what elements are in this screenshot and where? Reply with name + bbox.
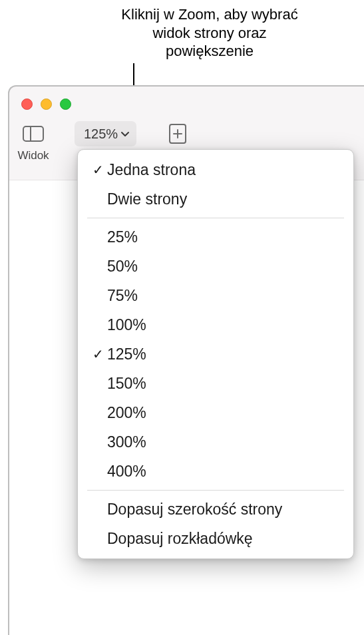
menu-item-zoom-150[interactable]: 150% bbox=[78, 369, 353, 398]
minimize-window-button[interactable] bbox=[41, 99, 52, 110]
menu-item-zoom-125[interactable]: ✓ 125% bbox=[78, 339, 353, 369]
menu-separator bbox=[87, 218, 344, 218]
menu-item-zoom-25[interactable]: 25% bbox=[78, 222, 353, 252]
add-toolbar-item bbox=[160, 121, 195, 146]
menu-item-zoom-300[interactable]: 300% bbox=[78, 427, 353, 457]
menu-item-zoom-100[interactable]: 100% bbox=[78, 310, 353, 339]
close-window-button[interactable] bbox=[21, 99, 33, 110]
check-icon: ✓ bbox=[89, 162, 107, 178]
menu-item-label: Dwie strony bbox=[107, 190, 343, 208]
menu-item-label: Dopasuj szerokość strony bbox=[107, 501, 343, 519]
zoom-button[interactable]: 125% bbox=[75, 121, 136, 146]
view-toolbar-item: Widok bbox=[16, 121, 51, 162]
menu-item-label: 400% bbox=[107, 463, 343, 481]
maximize-window-button[interactable] bbox=[60, 99, 71, 110]
menu-item-zoom-50[interactable]: 50% bbox=[78, 252, 353, 281]
menu-item-one-page[interactable]: ✓ Jedna strona bbox=[78, 155, 353, 184]
add-page-button[interactable] bbox=[160, 121, 195, 146]
zoom-toolbar-item: 125% bbox=[75, 121, 136, 146]
view-button[interactable] bbox=[16, 121, 51, 146]
zoom-value: 125% bbox=[84, 126, 118, 142]
callout-text: Kliknij w Zoom, aby wybrać widok strony … bbox=[110, 5, 309, 61]
chevron-down-icon bbox=[120, 130, 130, 137]
app-window: Widok 125% bbox=[8, 85, 364, 635]
menu-item-label: Dopasuj rozkładówkę bbox=[107, 530, 343, 548]
svg-rect-0 bbox=[23, 126, 43, 141]
window-controls bbox=[21, 99, 71, 110]
menu-item-zoom-200[interactable]: 200% bbox=[78, 398, 353, 427]
menu-item-label: 300% bbox=[107, 433, 343, 451]
menu-item-two-pages[interactable]: Dwie strony bbox=[78, 184, 353, 214]
menu-item-label: 150% bbox=[107, 375, 343, 393]
menu-item-label: 100% bbox=[107, 316, 343, 334]
zoom-dropdown-menu: ✓ Jedna strona Dwie strony 25% 50% 75% 1… bbox=[77, 149, 354, 559]
add-page-icon bbox=[169, 124, 186, 144]
view-label: Widok bbox=[17, 149, 49, 162]
check-icon: ✓ bbox=[89, 346, 107, 362]
menu-item-label: 50% bbox=[107, 258, 343, 276]
menu-item-zoom-75[interactable]: 75% bbox=[78, 281, 353, 310]
menu-item-label: 25% bbox=[107, 228, 343, 246]
menu-separator bbox=[87, 490, 344, 491]
sidebar-icon bbox=[23, 126, 44, 142]
menu-item-zoom-400[interactable]: 400% bbox=[78, 457, 353, 486]
menu-item-fit-spread[interactable]: Dopasuj rozkładówkę bbox=[78, 524, 353, 553]
menu-item-label: 75% bbox=[107, 287, 343, 305]
menu-item-fit-width[interactable]: Dopasuj szerokość strony bbox=[78, 495, 353, 524]
menu-item-label: 125% bbox=[107, 345, 343, 363]
menu-item-label: Jedna strona bbox=[107, 161, 343, 179]
menu-item-label: 200% bbox=[107, 404, 343, 422]
